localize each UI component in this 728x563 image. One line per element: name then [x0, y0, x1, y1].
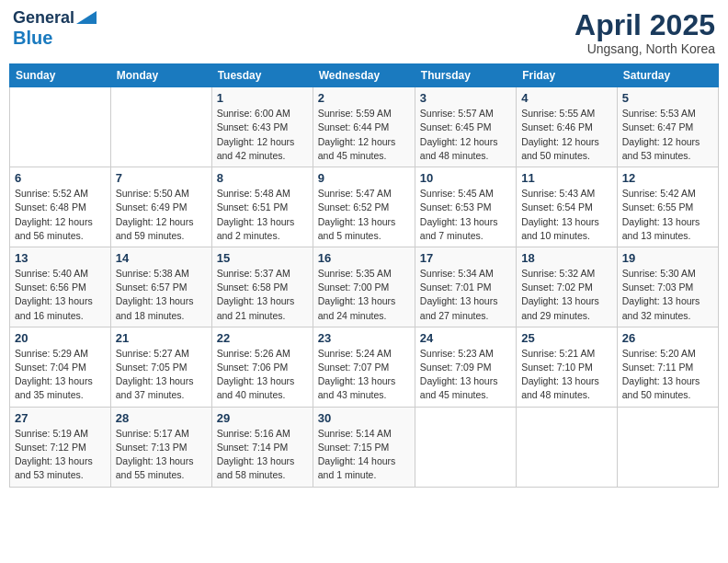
day-detail: Sunrise: 5:59 AMSunset: 6:44 PMDaylight:… [318, 107, 410, 163]
day-detail: Sunrise: 5:52 AMSunset: 6:48 PMDaylight:… [15, 187, 106, 243]
day-detail: Sunrise: 5:53 AMSunset: 6:47 PMDaylight:… [622, 107, 713, 163]
calendar-cell: 15Sunrise: 5:37 AMSunset: 6:58 PMDayligh… [211, 247, 313, 327]
day-detail: Sunrise: 5:17 AMSunset: 7:13 PMDaylight:… [116, 427, 207, 483]
day-detail: Sunrise: 5:32 AMSunset: 7:02 PMDaylight:… [521, 267, 612, 323]
calendar-cell: 19Sunrise: 5:30 AMSunset: 7:03 PMDayligh… [617, 247, 718, 327]
day-number: 10 [420, 171, 511, 185]
day-detail: Sunrise: 5:23 AMSunset: 7:09 PMDaylight:… [420, 347, 511, 403]
day-detail: Sunrise: 5:24 AMSunset: 7:07 PMDaylight:… [318, 347, 410, 403]
calendar-week-2: 6Sunrise: 5:52 AMSunset: 6:48 PMDaylight… [10, 167, 719, 247]
calendar-cell: 27Sunrise: 5:19 AMSunset: 7:12 PMDayligh… [10, 407, 111, 487]
calendar-cell: 26Sunrise: 5:20 AMSunset: 7:11 PMDayligh… [617, 327, 718, 407]
header-friday: Friday [517, 64, 618, 87]
header-wednesday: Wednesday [313, 64, 415, 87]
calendar-week-1: 1Sunrise: 6:00 AMSunset: 6:43 PMDaylight… [10, 87, 719, 167]
day-detail: Sunrise: 5:48 AMSunset: 6:51 PMDaylight:… [217, 187, 308, 243]
calendar-table: SundayMondayTuesdayWednesdayThursdayFrid… [9, 63, 719, 487]
calendar-week-4: 20Sunrise: 5:29 AMSunset: 7:04 PMDayligh… [10, 327, 719, 407]
day-number: 6 [15, 171, 106, 185]
day-detail: Sunrise: 5:40 AMSunset: 6:56 PMDaylight:… [15, 267, 106, 323]
calendar-cell: 11Sunrise: 5:43 AMSunset: 6:54 PMDayligh… [517, 167, 618, 247]
day-number: 27 [15, 411, 106, 425]
day-detail: Sunrise: 5:20 AMSunset: 7:11 PMDaylight:… [622, 347, 713, 403]
day-detail: Sunrise: 5:50 AMSunset: 6:49 PMDaylight:… [116, 187, 207, 243]
day-detail: Sunrise: 5:30 AMSunset: 7:03 PMDaylight:… [622, 267, 713, 323]
calendar-week-5: 27Sunrise: 5:19 AMSunset: 7:12 PMDayligh… [10, 407, 719, 487]
day-detail: Sunrise: 5:57 AMSunset: 6:45 PMDaylight:… [420, 107, 511, 163]
calendar-cell: 10Sunrise: 5:45 AMSunset: 6:53 PMDayligh… [415, 167, 516, 247]
day-number: 9 [318, 171, 410, 185]
day-detail: Sunrise: 6:00 AMSunset: 6:43 PMDaylight:… [217, 107, 308, 163]
day-number: 14 [116, 251, 207, 265]
calendar-cell: 21Sunrise: 5:27 AMSunset: 7:05 PMDayligh… [110, 327, 211, 407]
header-saturday: Saturday [617, 64, 718, 87]
calendar-cell: 7Sunrise: 5:50 AMSunset: 6:49 PMDaylight… [110, 167, 211, 247]
day-detail: Sunrise: 5:19 AMSunset: 7:12 PMDaylight:… [15, 427, 106, 483]
header-monday: Monday [110, 64, 211, 87]
day-number: 19 [622, 251, 713, 265]
day-detail: Sunrise: 5:42 AMSunset: 6:55 PMDaylight:… [622, 187, 713, 243]
calendar-body: 1Sunrise: 6:00 AMSunset: 6:43 PMDaylight… [10, 87, 719, 487]
calendar-cell: 29Sunrise: 5:16 AMSunset: 7:14 PMDayligh… [211, 407, 313, 487]
calendar-cell: 23Sunrise: 5:24 AMSunset: 7:07 PMDayligh… [313, 327, 415, 407]
calendar-cell: 16Sunrise: 5:35 AMSunset: 7:00 PMDayligh… [313, 247, 415, 327]
day-number: 20 [15, 331, 106, 345]
calendar-week-3: 13Sunrise: 5:40 AMSunset: 6:56 PMDayligh… [10, 247, 719, 327]
day-number: 18 [521, 251, 612, 265]
month-title: April 2025 [574, 9, 715, 41]
day-detail: Sunrise: 5:38 AMSunset: 6:57 PMDaylight:… [116, 267, 207, 323]
calendar-cell: 12Sunrise: 5:42 AMSunset: 6:55 PMDayligh… [617, 167, 718, 247]
day-number: 8 [217, 171, 308, 185]
day-number: 2 [318, 91, 410, 105]
day-number: 25 [521, 331, 612, 345]
calendar-cell: 1Sunrise: 6:00 AMSunset: 6:43 PMDaylight… [211, 87, 313, 167]
calendar-cell: 30Sunrise: 5:14 AMSunset: 7:15 PMDayligh… [313, 407, 415, 487]
day-detail: Sunrise: 5:45 AMSunset: 6:53 PMDaylight:… [420, 187, 511, 243]
calendar-cell: 9Sunrise: 5:47 AMSunset: 6:52 PMDaylight… [313, 167, 415, 247]
calendar-cell: 17Sunrise: 5:34 AMSunset: 7:01 PMDayligh… [415, 247, 516, 327]
day-detail: Sunrise: 5:35 AMSunset: 7:00 PMDaylight:… [318, 267, 410, 323]
day-detail: Sunrise: 5:37 AMSunset: 6:58 PMDaylight:… [217, 267, 308, 323]
day-number: 4 [521, 91, 612, 105]
day-detail: Sunrise: 5:29 AMSunset: 7:04 PMDaylight:… [15, 347, 106, 403]
calendar-cell: 13Sunrise: 5:40 AMSunset: 6:56 PMDayligh… [10, 247, 111, 327]
calendar-cell: 5Sunrise: 5:53 AMSunset: 6:47 PMDaylight… [617, 87, 718, 167]
header-sunday: Sunday [10, 64, 111, 87]
day-number: 3 [420, 91, 511, 105]
day-detail: Sunrise: 5:16 AMSunset: 7:14 PMDaylight:… [217, 427, 308, 483]
header-tuesday: Tuesday [211, 64, 313, 87]
logo-blue: Blue [13, 28, 52, 48]
day-number: 28 [116, 411, 207, 425]
calendar-cell: 14Sunrise: 5:38 AMSunset: 6:57 PMDayligh… [110, 247, 211, 327]
day-detail: Sunrise: 5:21 AMSunset: 7:10 PMDaylight:… [521, 347, 612, 403]
calendar-cell: 3Sunrise: 5:57 AMSunset: 6:45 PMDaylight… [415, 87, 516, 167]
calendar-cell [415, 407, 516, 487]
day-number: 21 [116, 331, 207, 345]
logo-general: General [13, 9, 74, 28]
calendar-cell: 28Sunrise: 5:17 AMSunset: 7:13 PMDayligh… [110, 407, 211, 487]
calendar-cell: 6Sunrise: 5:52 AMSunset: 6:48 PMDaylight… [10, 167, 111, 247]
day-number: 29 [217, 411, 308, 425]
calendar-cell [517, 407, 618, 487]
calendar-cell: 4Sunrise: 5:55 AMSunset: 6:46 PMDaylight… [517, 87, 618, 167]
page-header: General Blue April 2025 Ungsang, North K… [9, 9, 719, 56]
day-detail: Sunrise: 5:14 AMSunset: 7:15 PMDaylight:… [318, 427, 410, 483]
calendar-header-row: SundayMondayTuesdayWednesdayThursdayFrid… [10, 64, 719, 87]
location-subtitle: Ungsang, North Korea [574, 41, 715, 56]
day-number: 12 [622, 171, 713, 185]
calendar-cell: 24Sunrise: 5:23 AMSunset: 7:09 PMDayligh… [415, 327, 516, 407]
calendar-cell: 18Sunrise: 5:32 AMSunset: 7:02 PMDayligh… [517, 247, 618, 327]
day-number: 5 [622, 91, 713, 105]
day-number: 16 [318, 251, 410, 265]
day-number: 13 [15, 251, 106, 265]
day-number: 26 [622, 331, 713, 345]
logo-icon [76, 11, 97, 24]
day-number: 15 [217, 251, 308, 265]
day-number: 11 [521, 171, 612, 185]
calendar-cell: 22Sunrise: 5:26 AMSunset: 7:06 PMDayligh… [211, 327, 313, 407]
logo: General Blue [13, 9, 97, 48]
calendar-cell: 8Sunrise: 5:48 AMSunset: 6:51 PMDaylight… [211, 167, 313, 247]
calendar-cell [110, 87, 211, 167]
header-thursday: Thursday [415, 64, 516, 87]
day-number: 1 [217, 91, 308, 105]
